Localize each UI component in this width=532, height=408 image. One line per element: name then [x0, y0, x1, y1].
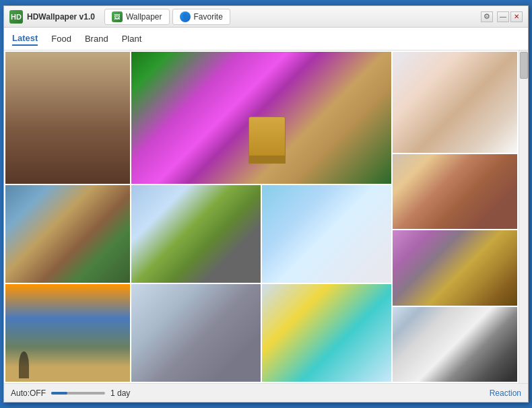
category-plant[interactable]: Plant: [122, 32, 142, 45]
img-supercar[interactable]: [131, 284, 261, 382]
app-icon-text: HD: [11, 13, 22, 21]
status-bar: Auto:OFF 1 day Reaction: [4, 383, 528, 402]
gear-button[interactable]: ⚙: [481, 11, 493, 22]
main-window: HD HDWallpaper v1.0 🖼 Wallpaper 👤 Favori…: [3, 5, 529, 403]
content-area: [4, 50, 528, 383]
category-food[interactable]: Food: [51, 32, 71, 45]
category-latest[interactable]: Latest: [12, 32, 38, 46]
favorite-icon: 👤: [180, 11, 191, 22]
scrollbar[interactable]: [519, 50, 528, 383]
category-brand[interactable]: Brand: [85, 32, 108, 45]
auto-status: Auto:OFF: [11, 388, 46, 398]
reaction-button[interactable]: Reaction: [490, 388, 521, 398]
img-colorful[interactable]: [262, 284, 391, 382]
img-mustang[interactable]: [393, 307, 517, 382]
app-icon: HD: [9, 10, 23, 24]
minimize-button[interactable]: —: [497, 11, 509, 22]
close-button[interactable]: ✕: [510, 11, 523, 22]
title-bar-left: HD HDWallpaper v1.0 🖼 Wallpaper 👤 Favori…: [9, 9, 473, 25]
category-bar: Latest Food Brand Plant: [4, 28, 528, 50]
scrollbar-thumb[interactable]: [520, 52, 528, 79]
app-title: HDWallpaper v1.0: [27, 12, 95, 22]
img-girl1[interactable]: [393, 52, 517, 153]
window-controls: ⚙ — ✕: [481, 11, 523, 22]
tab-favorite-label: Favorite: [194, 12, 223, 22]
title-bar: HD HDWallpaper v1.0 🖼 Wallpaper 👤 Favori…: [4, 6, 528, 28]
img-car-green[interactable]: [131, 185, 261, 283]
img-city[interactable]: [5, 185, 130, 283]
img-field[interactable]: [393, 230, 517, 305]
img-girl2[interactable]: [393, 154, 517, 229]
wallpaper-icon: 🖼: [112, 11, 123, 22]
duration-slider[interactable]: [51, 392, 105, 395]
tab-wallpaper[interactable]: 🖼 Wallpaper: [104, 9, 170, 25]
tab-favorite[interactable]: 👤 Favorite: [172, 9, 230, 25]
img-winter-trees[interactable]: [262, 185, 391, 283]
img-rocks[interactable]: [5, 52, 130, 184]
duration-label: 1 day: [110, 388, 130, 398]
nav-tabs: 🖼 Wallpaper 👤 Favorite: [104, 9, 230, 25]
status-left: Auto:OFF 1 day: [11, 388, 130, 398]
tab-wallpaper-label: Wallpaper: [126, 12, 162, 22]
img-beach[interactable]: [5, 284, 130, 382]
img-flower[interactable]: [131, 52, 391, 184]
